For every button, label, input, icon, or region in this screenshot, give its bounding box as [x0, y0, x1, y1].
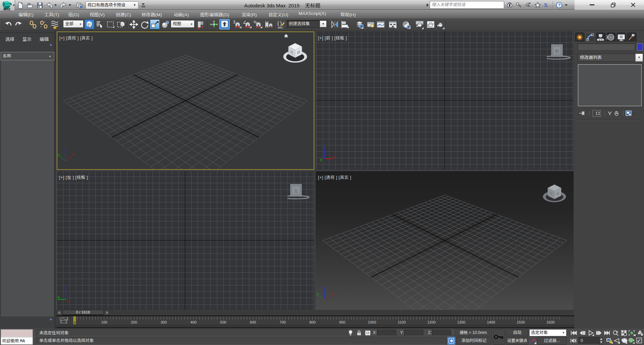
svg-text:800: 800	[310, 320, 316, 324]
svg-text:X: X	[544, 2, 548, 8]
svg-text:700: 700	[280, 320, 286, 324]
svg-text:3: 3	[233, 20, 235, 24]
svg-text:x: x	[331, 291, 333, 295]
svg-text:1100: 1100	[398, 320, 406, 324]
svg-text:y: y	[320, 157, 322, 161]
svg-text:200: 200	[131, 320, 137, 324]
svg-text:左: 左	[294, 188, 298, 193]
svg-text:100: 100	[101, 320, 107, 324]
svg-text:x: x	[66, 299, 69, 303]
svg-text:x: x	[333, 155, 335, 159]
svg-text:MAX: MAX	[3, 7, 11, 11]
svg-text:z: z	[323, 286, 325, 290]
svg-text:%: %	[254, 20, 257, 24]
svg-text:y: y	[58, 295, 60, 299]
svg-text:y: y	[58, 153, 60, 157]
svg-text:500: 500	[220, 320, 226, 324]
svg-text:z: z	[64, 285, 66, 289]
svg-text:900: 900	[339, 320, 345, 324]
svg-text:1500: 1500	[517, 320, 525, 324]
svg-text:{ }: { }	[277, 21, 282, 26]
svg-text:1600: 1600	[546, 320, 554, 324]
svg-text:ABC: ABC	[278, 26, 283, 29]
svg-text:1200: 1200	[427, 320, 435, 324]
svg-text:600: 600	[250, 320, 256, 324]
svg-text:z: z	[323, 145, 325, 149]
svg-text:300: 300	[161, 320, 167, 324]
svg-text:1300: 1300	[457, 320, 465, 324]
svg-text:z: z	[64, 147, 66, 151]
svg-text:x: x	[72, 152, 74, 156]
svg-text:*: *	[44, 21, 45, 24]
svg-text:*: *	[40, 25, 42, 29]
svg-text:1000: 1000	[368, 320, 376, 324]
svg-text:1400: 1400	[487, 320, 495, 324]
svg-text:II: II	[595, 112, 600, 116]
svg-text:y: y	[317, 292, 319, 296]
svg-text:400: 400	[191, 320, 197, 324]
svg-text:?: ?	[558, 3, 560, 8]
svg-text:前: 前	[555, 48, 559, 54]
